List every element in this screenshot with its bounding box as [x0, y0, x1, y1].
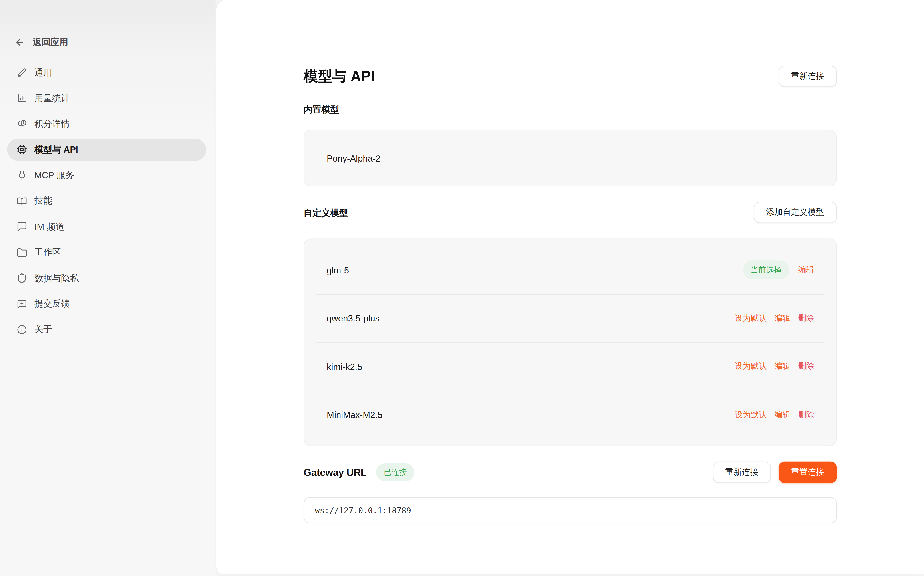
sidebar-item-models-api[interactable]: 模型与 API — [7, 139, 206, 161]
book-open-icon — [17, 196, 27, 206]
settings-window: 返回应用 通用 用量统计 积分详情 模型与 API — [0, 0, 924, 576]
gateway-section-header: Gateway URL 已连接 重新连接 重置连接 — [304, 462, 836, 483]
back-to-app-button[interactable]: 返回应用 — [15, 35, 216, 49]
pen-icon — [17, 67, 27, 78]
bar-chart-icon — [17, 93, 27, 104]
custom-models-header: 自定义模型 添加自定义模型 — [304, 202, 836, 223]
page-title: 模型与 API — [304, 67, 375, 86]
delete-link[interactable]: 删除 — [798, 410, 814, 420]
sidebar-item-feedback[interactable]: 提交反馈 — [7, 293, 206, 315]
sidebar-item-label: 数据与隐私 — [34, 273, 79, 284]
plug-icon — [17, 170, 27, 181]
sidebar-item-label: 工作区 — [34, 247, 61, 258]
sidebar-nav: 通用 用量统计 积分详情 模型与 API MCP 服务 — [0, 61, 216, 344]
edit-link[interactable]: 编辑 — [774, 410, 790, 420]
sidebar-item-label: 通用 — [34, 67, 52, 78]
sidebar-item-usage-stats[interactable]: 用量统计 — [7, 87, 206, 110]
sidebar-item-data-privacy[interactable]: 数据与隐私 — [7, 267, 206, 290]
builtin-model-name: Pony-Alpha-2 — [327, 153, 380, 163]
sidebar-item-label: 提交反馈 — [34, 298, 70, 310]
back-to-app-label: 返回应用 — [33, 37, 68, 48]
message-plus-icon — [17, 299, 27, 309]
gateway-url-input[interactable] — [304, 497, 836, 523]
sidebar-item-label: 模型与 API — [34, 144, 78, 155]
sidebar-item-credits[interactable]: 积分详情 — [7, 113, 206, 135]
connected-status-badge: 已连接 — [376, 464, 415, 481]
sidebar-item-workspace[interactable]: 工作区 — [7, 241, 206, 264]
set-default-link[interactable]: 设为默认 — [735, 361, 767, 372]
model-name: MiniMax-M2.5 — [327, 410, 383, 420]
add-custom-model-button[interactable]: 添加自定义模型 — [754, 202, 836, 223]
set-default-link[interactable]: 设为默认 — [735, 410, 767, 420]
builtin-models-card: Pony-Alpha-2 — [304, 130, 836, 186]
sidebar-item-mcp-services[interactable]: MCP 服务 — [7, 164, 206, 187]
model-row: MiniMax-M2.5 设为默认 编辑 删除 — [304, 391, 836, 438]
reconnect-button-top[interactable]: 重新连接 — [778, 66, 836, 87]
cpu-icon — [17, 144, 27, 155]
builtin-models-section-label: 内置模型 — [304, 103, 836, 115]
sidebar-item-label: IM 频道 — [34, 221, 65, 233]
info-icon — [17, 324, 27, 335]
chat-bubble-icon — [17, 221, 27, 232]
model-name: glm-5 — [327, 265, 349, 275]
sidebar-item-label: 关于 — [34, 324, 52, 335]
coins-icon — [17, 119, 27, 130]
sidebar: 返回应用 通用 用量统计 积分详情 模型与 API — [0, 0, 216, 576]
current-selection-badge: 当前选择 — [743, 261, 789, 280]
custom-models-section-label: 自定义模型 — [304, 206, 348, 219]
sidebar-item-im-channels[interactable]: IM 频道 — [7, 216, 206, 238]
set-default-link[interactable]: 设为默认 — [735, 313, 767, 324]
folder-icon — [17, 247, 27, 258]
shield-icon — [17, 273, 27, 284]
delete-link[interactable]: 删除 — [798, 361, 814, 372]
model-name: qwen3.5-plus — [327, 313, 380, 323]
sidebar-item-skills[interactable]: 技能 — [7, 190, 206, 213]
sidebar-item-label: MCP 服务 — [34, 170, 74, 181]
sidebar-item-general[interactable]: 通用 — [7, 61, 206, 84]
main-panel: 模型与 API 重新连接 内置模型 Pony-Alpha-2 自定义模型 添加自… — [216, 0, 924, 574]
reset-connection-button[interactable]: 重置连接 — [778, 462, 836, 483]
sidebar-item-label: 积分详情 — [34, 118, 70, 130]
page-header: 模型与 API 重新连接 — [304, 65, 836, 88]
gateway-url-label: Gateway URL — [304, 467, 367, 478]
delete-link[interactable]: 删除 — [798, 313, 814, 324]
model-row: qwen3.5-plus 设为默认 编辑 删除 — [304, 294, 836, 342]
model-row: glm-5 当前选择 编辑 — [304, 246, 836, 294]
model-name: kimi-k2.5 — [327, 362, 362, 371]
custom-models-card: glm-5 当前选择 编辑 qwen3.5-plus 设为默认 编辑 删除 — [304, 238, 836, 446]
sidebar-item-label: 技能 — [34, 195, 52, 207]
edit-link[interactable]: 编辑 — [774, 313, 790, 324]
arrow-left-icon — [15, 37, 25, 47]
reconnect-button[interactable]: 重新连接 — [713, 462, 771, 483]
edit-link[interactable]: 编辑 — [774, 361, 790, 372]
model-row: kimi-k2.5 设为默认 编辑 删除 — [304, 343, 836, 390]
sidebar-item-label: 用量统计 — [34, 93, 70, 104]
sidebar-item-about[interactable]: 关于 — [7, 318, 206, 341]
edit-link[interactable]: 编辑 — [798, 265, 814, 275]
